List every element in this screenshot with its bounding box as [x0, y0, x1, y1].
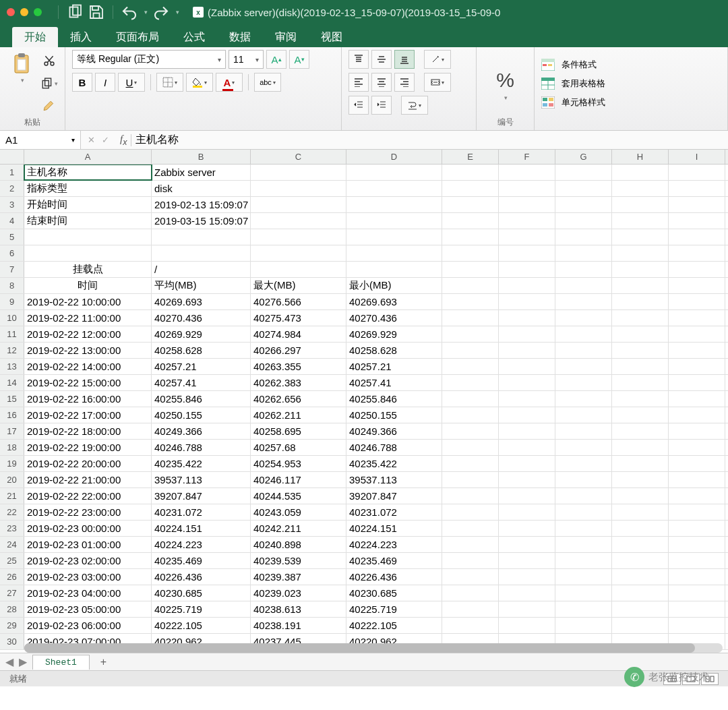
row-header[interactable]: 12	[0, 343, 24, 358]
cell[interactable]	[555, 213, 612, 229]
cell[interactable]	[555, 472, 612, 487]
cell[interactable]: 40222.105	[346, 618, 442, 633]
cell[interactable]	[669, 407, 725, 423]
cell-style-button[interactable]: 单元格样式	[541, 96, 721, 109]
row-header[interactable]: 26	[0, 569, 24, 585]
cell[interactable]: Zabbix server	[152, 165, 251, 180]
cell[interactable]	[612, 245, 669, 261]
cell[interactable]	[612, 343, 669, 358]
cell[interactable]: 40246.788	[152, 440, 251, 455]
cell[interactable]	[555, 521, 612, 536]
row-header[interactable]: 14	[0, 375, 24, 390]
cell[interactable]: 40258.695	[251, 423, 346, 439]
column-header[interactable]: G	[555, 150, 612, 164]
cell[interactable]	[499, 375, 555, 390]
cell[interactable]	[499, 213, 555, 229]
table-row[interactable]: 162019-02-22 17:00:0040250.15540262.2114…	[0, 407, 728, 423]
cell[interactable]	[555, 359, 612, 374]
cell[interactable]	[251, 262, 346, 277]
accept-formula-icon[interactable]: ✓	[102, 135, 109, 145]
row-header[interactable]: 19	[0, 456, 24, 471]
table-row[interactable]: 252019-02-23 02:00:0040235.46940239.5394…	[0, 553, 728, 569]
cell[interactable]	[499, 181, 555, 196]
font-name-combo[interactable]: 等线 Regular (正文)▾	[72, 50, 226, 69]
cell[interactable]	[442, 278, 499, 293]
cell[interactable]: 2019-02-22 21:00:00	[24, 472, 152, 487]
cell[interactable]: 40231.072	[346, 504, 442, 520]
fill-color-button[interactable]: ▾	[186, 73, 213, 92]
cell[interactable]	[442, 294, 499, 309]
cell[interactable]	[442, 472, 499, 487]
cell[interactable]: 40246.788	[346, 440, 442, 455]
row-header[interactable]: 22	[0, 504, 24, 520]
table-row[interactable]: 182019-02-22 19:00:0040246.78840257.6840…	[0, 440, 728, 456]
cell[interactable]: 2019-02-22 16:00:00	[24, 391, 152, 407]
orientation-button[interactable]: ▾	[424, 50, 451, 69]
column-header[interactable]: I	[669, 150, 725, 164]
duplicate-icon[interactable]	[67, 4, 83, 20]
cell[interactable]: 2019-02-22 10:00:00	[24, 294, 152, 309]
cell[interactable]	[669, 197, 725, 212]
select-all-corner[interactable]	[0, 150, 24, 164]
cell[interactable]	[442, 521, 499, 536]
ribbon-tab[interactable]: 公式	[171, 27, 217, 47]
table-row[interactable]: 122019-02-22 13:00:0040258.62840266.2974…	[0, 343, 728, 359]
cell[interactable]	[669, 569, 725, 585]
cell[interactable]: 40235.422	[346, 456, 442, 471]
table-row[interactable]: 102019-02-22 11:00:0040270.43640275.4734…	[0, 310, 728, 326]
cell[interactable]	[555, 456, 612, 471]
cell[interactable]	[442, 310, 499, 326]
cell[interactable]: 2019-02-22 22:00:00	[24, 488, 152, 504]
cell[interactable]	[442, 456, 499, 471]
cell[interactable]	[499, 601, 555, 617]
cell[interactable]	[442, 213, 499, 229]
cell[interactable]: 40246.117	[251, 472, 346, 487]
cell[interactable]: 40269.929	[152, 326, 251, 342]
cell[interactable]	[499, 488, 555, 504]
row-header[interactable]: 17	[0, 423, 24, 439]
cell[interactable]	[555, 310, 612, 326]
row-header[interactable]: 15	[0, 391, 24, 407]
row-header[interactable]: 1	[0, 165, 24, 180]
cell[interactable]: 40257.68	[251, 440, 346, 455]
cell[interactable]: 结束时间	[24, 213, 152, 229]
cell[interactable]	[555, 181, 612, 196]
cell[interactable]: 40255.846	[346, 391, 442, 407]
cell[interactable]	[612, 423, 669, 439]
cell[interactable]: 2019-02-22 14:00:00	[24, 359, 152, 374]
cell[interactable]	[24, 245, 152, 261]
cell[interactable]: 40240.898	[251, 537, 346, 552]
cell[interactable]: 2019-02-22 11:00:00	[24, 310, 152, 326]
cell[interactable]: 40235.469	[346, 553, 442, 568]
cell[interactable]	[612, 472, 669, 487]
table-row[interactable]: 7挂载点/	[0, 262, 728, 278]
cell[interactable]: 40257.21	[346, 359, 442, 374]
cell[interactable]	[251, 197, 346, 212]
cell[interactable]: 40230.685	[346, 585, 442, 601]
cell[interactable]: 40238.613	[251, 601, 346, 617]
cell[interactable]	[442, 537, 499, 552]
align-bottom-button[interactable]	[394, 50, 415, 69]
cell[interactable]: 40224.151	[152, 521, 251, 536]
cell[interactable]: 2019-02-22 18:00:00	[24, 423, 152, 439]
cell[interactable]	[612, 181, 669, 196]
cell[interactable]: 40235.422	[152, 456, 251, 471]
ribbon-tab[interactable]: 审阅	[263, 27, 309, 47]
table-row[interactable]: 292019-02-23 06:00:0040222.10540238.1914…	[0, 618, 728, 634]
cell[interactable]	[669, 359, 725, 374]
cut-icon[interactable]	[40, 52, 58, 69]
cell[interactable]	[442, 245, 499, 261]
cell[interactable]	[612, 262, 669, 277]
row-header[interactable]: 13	[0, 359, 24, 374]
cell[interactable]	[612, 391, 669, 407]
cell[interactable]: 40239.539	[251, 553, 346, 568]
cell[interactable]	[555, 553, 612, 568]
cell[interactable]	[442, 343, 499, 358]
fx-icon[interactable]: fx	[116, 134, 131, 147]
cell[interactable]: 40269.693	[152, 294, 251, 309]
cell[interactable]: 挂载点	[24, 262, 152, 277]
cell[interactable]	[555, 375, 612, 390]
cell[interactable]	[669, 278, 725, 293]
row-header[interactable]: 30	[0, 634, 24, 649]
cell[interactable]: disk	[152, 181, 251, 196]
